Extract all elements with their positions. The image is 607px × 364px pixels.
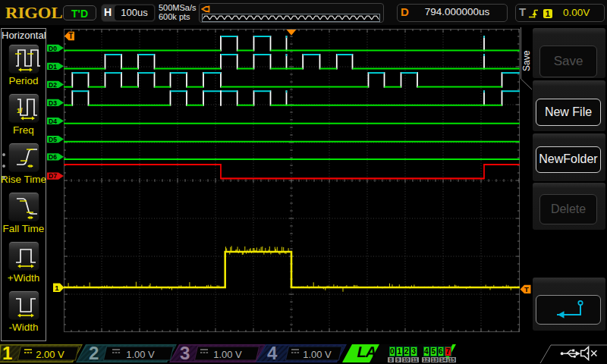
svg-text:D3: D3 <box>49 99 57 107</box>
svg-text:T: T <box>68 32 73 40</box>
svg-text:D4: D4 <box>49 118 57 125</box>
svg-text:D6: D6 <box>49 153 57 161</box>
svg-text:T: T <box>524 285 529 293</box>
svg-text:D1: D1 <box>49 63 57 71</box>
svg-text:D7: D7 <box>49 172 57 180</box>
svg-text:D5: D5 <box>49 136 57 143</box>
svg-text:D0: D0 <box>49 45 57 52</box>
svg-text:D2: D2 <box>49 81 57 89</box>
svg-text:1: 1 <box>55 284 59 292</box>
